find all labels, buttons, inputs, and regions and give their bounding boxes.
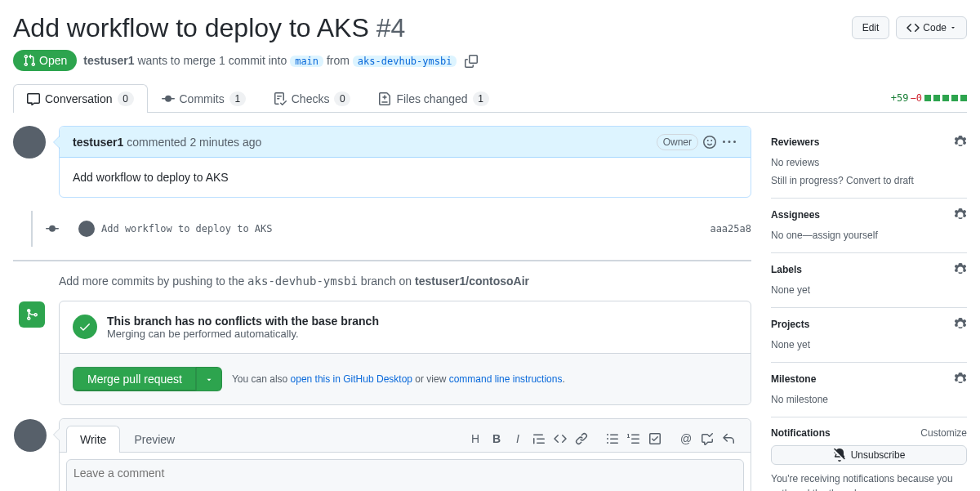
- merge-button[interactable]: Merge pull request: [73, 367, 196, 391]
- sidebar-labels-title: Labels: [771, 264, 802, 275]
- merge-badge: [19, 301, 45, 328]
- tasklist-icon[interactable]: [646, 430, 664, 448]
- preview-tab[interactable]: Preview: [120, 426, 189, 453]
- comment-discussion-icon: [27, 92, 40, 105]
- merge-dropdown[interactable]: [196, 367, 222, 391]
- smiley-icon[interactable]: [702, 133, 718, 150]
- commit-message-link[interactable]: Add workflow to deploy to AKS: [101, 223, 273, 234]
- code-icon: [906, 21, 920, 34]
- caret-down-icon: [205, 376, 213, 384]
- convert-draft-link[interactable]: Convert to draft: [846, 175, 914, 186]
- avatar[interactable]: [13, 126, 46, 158]
- file-diff-icon: [378, 92, 391, 105]
- reply-icon[interactable]: [719, 430, 737, 448]
- comment-author[interactable]: testuser1: [73, 136, 123, 149]
- heading-icon[interactable]: H: [466, 430, 484, 448]
- diffstat[interactable]: +59 −0: [891, 92, 967, 104]
- write-tab[interactable]: Write: [66, 426, 120, 453]
- checklist-icon: [274, 92, 287, 105]
- state-badge: Open: [13, 50, 77, 71]
- code-button[interactable]: Code: [896, 16, 967, 39]
- avatar[interactable]: [14, 419, 47, 452]
- sidebar-reviewers-title: Reviewers: [771, 136, 819, 148]
- sidebar-assignees-title: Assignees: [771, 209, 820, 221]
- tab-files[interactable]: Files changed 1: [364, 84, 502, 113]
- pr-number: #4: [376, 13, 406, 42]
- mention-icon[interactable]: @: [677, 430, 695, 448]
- edit-button[interactable]: Edit: [852, 16, 890, 39]
- caret-down-icon: [950, 25, 956, 31]
- code-icon[interactable]: [551, 430, 569, 448]
- quote-icon[interactable]: [530, 430, 548, 448]
- comment-timestamp[interactable]: 2 minutes ago: [189, 136, 261, 149]
- sidebar-notifications-title: Notifications: [771, 427, 831, 439]
- tab-checks[interactable]: Checks 0: [260, 84, 365, 113]
- gear-icon[interactable]: [954, 136, 967, 149]
- merge-alternatives: You can also open this in GitHub Desktop…: [232, 373, 565, 385]
- customize-link[interactable]: Customize: [920, 427, 967, 439]
- commit-row: Add workflow to deploy to AKS aaa25a8: [33, 217, 751, 240]
- bold-icon[interactable]: B: [488, 430, 506, 448]
- head-branch[interactable]: aks-devhub-ymsbi: [353, 56, 457, 67]
- desktop-link[interactable]: open this in GitHub Desktop: [291, 373, 412, 385]
- comment-textarea[interactable]: [66, 459, 744, 491]
- unsubscribe-button[interactable]: Unsubscribe: [771, 445, 967, 465]
- git-commit-icon: [46, 222, 59, 235]
- kebab-icon[interactable]: [721, 133, 737, 150]
- merge-status-subtitle: Merging can be performed automatically.: [107, 328, 379, 340]
- sidebar-projects-title: Projects: [771, 319, 809, 330]
- avatar[interactable]: [78, 221, 95, 237]
- push-hint: Add more commits by pushing to the aks-d…: [59, 275, 751, 288]
- git-merge-icon: [25, 308, 38, 321]
- tab-conversation[interactable]: Conversation 0: [13, 84, 148, 113]
- pr-tabs: Conversation 0 Commits 1 Checks 0 Files …: [13, 84, 967, 113]
- check-circle-icon: [73, 315, 97, 339]
- tab-commits[interactable]: Commits 1: [148, 84, 260, 113]
- comment-box: testuser1 commented 2 minutes ago Owner …: [59, 126, 751, 198]
- assign-yourself-link[interactable]: assign yourself: [813, 230, 878, 241]
- merge-status-title: This branch has no conflicts with the ba…: [107, 315, 379, 328]
- list-unordered-icon[interactable]: [604, 430, 621, 448]
- gear-icon[interactable]: [954, 373, 967, 386]
- comment-form: Write Preview H B I @: [59, 418, 751, 491]
- role-badge: Owner: [657, 134, 698, 150]
- author-link[interactable]: testuser1: [83, 54, 134, 67]
- gear-icon[interactable]: [954, 263, 967, 276]
- link-icon[interactable]: [572, 430, 590, 448]
- list-ordered-icon[interactable]: [625, 430, 643, 448]
- markdown-toolbar: H B I @: [466, 430, 744, 448]
- git-pull-request-icon: [23, 54, 36, 67]
- commit-sha-link[interactable]: aaa25a8: [710, 223, 751, 234]
- base-branch[interactable]: main: [290, 56, 323, 67]
- italic-icon[interactable]: I: [509, 430, 527, 448]
- comment-body: Add workflow to deploy to AKS: [60, 158, 751, 197]
- sidebar-milestone-title: Milestone: [771, 373, 816, 385]
- pr-title: Add workflow to deploy to AKS #4: [13, 13, 405, 43]
- pr-meta: testuser1 wants to merge 1 commit into m…: [83, 54, 457, 67]
- gear-icon[interactable]: [954, 208, 967, 221]
- cli-link[interactable]: command line instructions: [449, 373, 563, 385]
- cross-reference-icon[interactable]: [698, 430, 716, 448]
- copy-icon[interactable]: [463, 51, 479, 69]
- git-commit-icon: [162, 92, 175, 105]
- bell-slash-icon: [833, 449, 846, 462]
- merge-panel: This branch has no conflicts with the ba…: [59, 301, 751, 405]
- gear-icon[interactable]: [954, 318, 967, 331]
